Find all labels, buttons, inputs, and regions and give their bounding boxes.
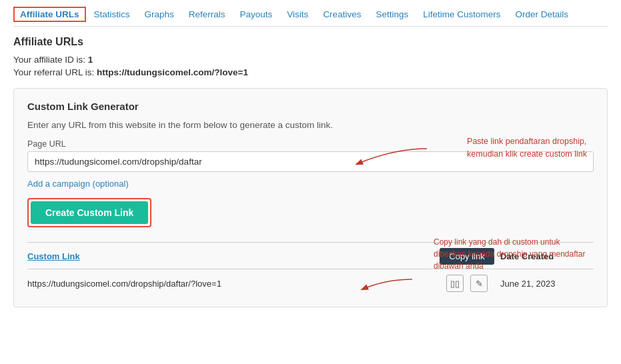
nav-bar: Affiliate URLs Statistics Graphs Referra… [13, 7, 608, 27]
referral-url-value: https://tudungsicomel.com/?love=1 [97, 67, 248, 77]
referral-url-label: Your referral URL is: [13, 67, 97, 77]
nav-statistics[interactable]: Statistics [87, 7, 137, 22]
nav-settings[interactable]: Settings [369, 7, 415, 22]
nav-order-details[interactable]: Order Details [508, 7, 575, 22]
result-icons: ▯▯ ✎ [434, 275, 500, 292]
card-title: Custom Link Generator [27, 101, 594, 112]
results-header: Custom Link Copy link Date Created [27, 243, 594, 269]
copy-link-button[interactable]: Copy link [440, 248, 494, 265]
custom-link-generator-card: Custom Link Generator Enter any URL from… [13, 88, 608, 307]
page-title: Affiliate URLs [13, 36, 608, 48]
affiliate-id-value: 1 [88, 55, 93, 65]
referral-url-line: Your referral URL is: https://tudungsico… [13, 67, 608, 77]
page-url-input[interactable] [27, 151, 594, 172]
result-row: https://tudungsicomel.com/dropship/dafta… [27, 269, 594, 295]
header-date-created: Date Created [500, 251, 594, 261]
nav-visits[interactable]: Visits [280, 7, 315, 22]
nav-creatives[interactable]: Creatives [316, 7, 368, 22]
result-url: https://tudungsicomel.com/dropship/dafta… [27, 279, 434, 289]
header-copy: Copy link [434, 248, 500, 265]
affiliate-id-line: Your affiliate ID is: 1 [13, 55, 608, 65]
create-custom-link-button[interactable]: Create Custom Link [31, 201, 148, 224]
nav-payouts[interactable]: Payouts [233, 7, 279, 22]
edit-icon-button[interactable]: ✎ [470, 275, 488, 292]
add-campaign-link[interactable]: Add a campaign (optional) [27, 179, 129, 189]
results-area: Copy link yang dah di custom untuk diber… [27, 242, 594, 295]
header-custom-link: Custom Link [27, 251, 434, 261]
card-description: Enter any URL from this website in the f… [27, 120, 594, 130]
result-date: June 21, 2023 [500, 279, 594, 289]
nav-affiliate-urls[interactable]: Affiliate URLs [13, 7, 86, 22]
nav-referrals[interactable]: Referrals [182, 7, 232, 22]
page-url-label: Page URL [27, 139, 594, 149]
create-btn-wrapper: Create Custom Link [27, 198, 151, 227]
nav-graphs[interactable]: Graphs [138, 7, 181, 22]
copy-icon-button[interactable]: ▯▯ [446, 275, 464, 292]
nav-lifetime-customers[interactable]: Lifetime Customers [416, 7, 507, 22]
affiliate-id-label: Your affiliate ID is: [13, 55, 88, 65]
